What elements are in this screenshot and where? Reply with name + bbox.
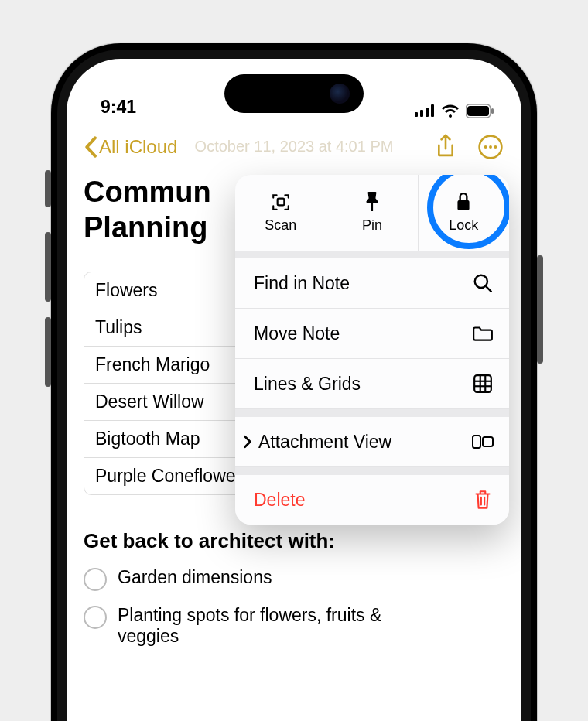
note-subheading[interactable]: Get back to architect with: [84, 529, 504, 553]
menu-lock-button[interactable]: Lock [419, 175, 509, 251]
svg-rect-6 [491, 108, 494, 114]
back-label: All iCloud [99, 136, 177, 158]
menu-lines-grids[interactable]: Lines & Grids [235, 359, 509, 409]
attachment-view-icon [472, 431, 494, 453]
checklist-item[interactable]: Garden dimensions [84, 567, 504, 591]
menu-pin-button[interactable]: Pin [326, 175, 418, 251]
status-time: 9:41 [101, 97, 136, 118]
share-icon [436, 134, 456, 160]
grid-icon [472, 373, 494, 395]
scan-icon [271, 192, 291, 212]
menu-label: Delete [254, 490, 305, 511]
folder-icon [472, 323, 494, 344]
svg-rect-21 [483, 437, 493, 446]
svg-rect-0 [415, 112, 418, 117]
lock-icon [453, 192, 473, 212]
svg-rect-3 [431, 104, 434, 117]
back-button[interactable]: All iCloud [84, 136, 177, 158]
svg-point-8 [484, 145, 487, 149]
battery-icon [466, 104, 494, 118]
menu-label: Find in Note [254, 273, 350, 294]
svg-rect-5 [467, 106, 489, 116]
menu-label: Move Note [254, 323, 340, 344]
checkbox-empty-icon[interactable] [84, 568, 107, 591]
checklist-label: Garden dimensions [118, 567, 272, 588]
checklist-item[interactable]: Planting spots for flowers, fruits & veg… [84, 605, 504, 647]
menu-scan-button[interactable]: Scan [235, 175, 326, 251]
share-button[interactable] [432, 133, 460, 161]
more-menu: Scan Pin Lock [235, 175, 509, 525]
dynamic-island [224, 74, 364, 113]
menu-scan-label: Scan [265, 217, 296, 234]
menu-lock-label: Lock [449, 217, 478, 234]
search-icon [472, 272, 494, 294]
menu-label: Lines & Grids [254, 374, 361, 395]
trash-icon [472, 489, 494, 511]
chevron-right-icon [243, 435, 252, 449]
svg-point-10 [494, 145, 497, 149]
menu-find-in-note[interactable]: Find in Note [235, 258, 509, 309]
svg-rect-12 [458, 200, 470, 210]
chevron-left-icon [84, 136, 97, 158]
checklist-label: Planting spots for flowers, fruits & veg… [118, 605, 443, 647]
ellipsis-circle-icon [478, 135, 503, 159]
menu-move-note[interactable]: Move Note [235, 309, 509, 359]
note-timestamp: October 11, 2023 at 4:01 PM [195, 138, 394, 155]
menu-delete[interactable]: Delete [235, 475, 509, 525]
svg-point-9 [489, 145, 492, 149]
svg-rect-11 [277, 199, 284, 206]
wifi-icon [441, 104, 460, 118]
svg-rect-20 [473, 436, 480, 448]
svg-rect-15 [474, 375, 491, 392]
svg-line-14 [486, 286, 491, 292]
svg-rect-1 [420, 110, 423, 117]
pin-icon [362, 192, 382, 212]
menu-attachment-view[interactable]: Attachment View [235, 417, 509, 467]
svg-rect-2 [426, 108, 429, 117]
menu-pin-label: Pin [362, 217, 382, 234]
more-button[interactable] [477, 133, 504, 161]
cellular-icon [415, 104, 435, 117]
screen: 9:41 [67, 59, 521, 721]
menu-label: Attachment View [258, 432, 391, 453]
iphone-frame: 9:41 [51, 43, 537, 721]
checkbox-empty-icon[interactable] [84, 606, 107, 629]
